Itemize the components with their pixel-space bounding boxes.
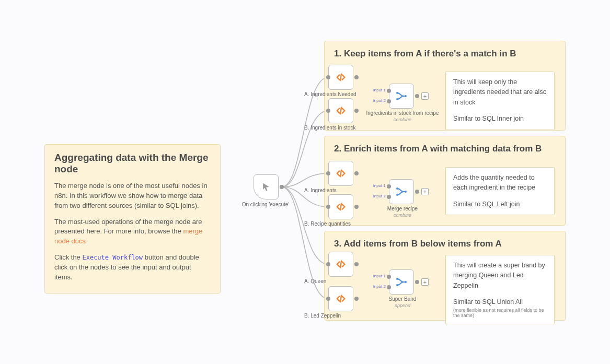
section3-b-label: B. Led Zeppelin bbox=[304, 313, 367, 319]
svg-point-0 bbox=[396, 92, 398, 94]
section1-in1-label: input 1 bbox=[370, 88, 386, 92]
svg-point-1 bbox=[396, 98, 398, 100]
section3-add-node-button[interactable]: + bbox=[421, 278, 429, 286]
execute-workflow-code: Execute Workflow bbox=[82, 254, 143, 261]
section2-title: 2. Enrich items from A with matching dat… bbox=[334, 144, 556, 154]
section3-note-c: (more flexible as not requires all field… bbox=[453, 308, 547, 319]
section3-a-label: A. Queen bbox=[304, 278, 367, 285]
trigger-label: On clicking 'execute' bbox=[229, 202, 302, 208]
section3-note-b: Similar to SQL Union All bbox=[453, 297, 547, 307]
section1-b-input-port[interactable] bbox=[326, 109, 330, 113]
section2-a-output-port[interactable] bbox=[354, 171, 359, 175]
section1-b-output-port[interactable] bbox=[354, 109, 359, 113]
section1-node-a[interactable] bbox=[328, 65, 353, 90]
section1-merge-in2-port[interactable] bbox=[387, 99, 391, 103]
svg-point-4 bbox=[396, 194, 398, 196]
svg-point-3 bbox=[396, 187, 398, 190]
section1-a-output-port[interactable] bbox=[354, 75, 359, 79]
intro-p3-a: Click the bbox=[54, 253, 82, 261]
intro-p2-text: The most-used operations of the merge no… bbox=[54, 218, 202, 236]
merge-icon bbox=[395, 276, 408, 288]
section2-merge-node[interactable] bbox=[389, 179, 414, 204]
section1-add-node-button[interactable]: + bbox=[421, 92, 429, 100]
section2-merge-in1-port[interactable] bbox=[387, 184, 391, 189]
intro-title: Aggregating data with the Merge node bbox=[54, 152, 211, 175]
section2-in1-label: input 1 bbox=[370, 183, 386, 188]
section3-note: This will create a super band by merging… bbox=[445, 255, 555, 324]
section2-a-label: A. Ingredients bbox=[304, 187, 367, 194]
code-icon bbox=[335, 293, 347, 304]
code-icon bbox=[335, 168, 347, 179]
code-icon bbox=[335, 201, 347, 213]
intro-p1: The merge node is one of the most useful… bbox=[54, 181, 211, 211]
section1-merge-in1-port[interactable] bbox=[387, 89, 391, 93]
trigger-node[interactable] bbox=[254, 174, 279, 199]
section3-b-input-port[interactable] bbox=[326, 297, 330, 301]
svg-point-5 bbox=[405, 191, 407, 193]
section2-note: Adds the quantity needed to each ingredi… bbox=[445, 167, 555, 215]
section2-b-input-port[interactable] bbox=[326, 205, 330, 209]
code-icon bbox=[335, 72, 347, 83]
section1-merge-label: Ingredients in stock from recipe combine bbox=[366, 110, 439, 123]
intro-p2: The most-used operations of the merge no… bbox=[54, 217, 211, 247]
section2-note-a: Adds the quantity needed to each ingredi… bbox=[453, 173, 547, 193]
section3-merge-out-port[interactable] bbox=[415, 280, 419, 284]
section3-in1-label: input 1 bbox=[370, 274, 386, 278]
cursor-icon bbox=[261, 182, 271, 192]
section3-note-a: This will create a super band by merging… bbox=[453, 261, 547, 291]
svg-point-8 bbox=[405, 281, 407, 283]
svg-point-2 bbox=[405, 95, 407, 97]
section3-merge-label: Super Band append bbox=[366, 296, 439, 309]
merge-icon bbox=[395, 90, 408, 102]
section2-merge-out-port[interactable] bbox=[415, 190, 419, 194]
section3-merge-in1-port[interactable] bbox=[387, 275, 391, 279]
section3-in2-label: input 2 bbox=[370, 284, 386, 289]
section1-merge-name: Ingredients in stock from recipe bbox=[366, 110, 439, 116]
code-icon bbox=[335, 105, 347, 116]
section3-title: 3. Add items from B below items from A bbox=[334, 239, 556, 249]
section2-merge-in2-port[interactable] bbox=[387, 195, 391, 199]
section1-note: This will keep only the ingredients need… bbox=[445, 72, 555, 130]
section1-merge-out-port[interactable] bbox=[415, 94, 419, 98]
section2-a-input-port[interactable] bbox=[326, 171, 330, 175]
section2-note-b: Similar to SQL Left join bbox=[453, 199, 547, 209]
section2-b-label: B. Recipe quantities bbox=[304, 221, 367, 227]
section1-title: 1. Keep items from A if there's a match … bbox=[334, 49, 556, 59]
intro-p3: Click the Execute Workflow button and do… bbox=[54, 253, 211, 283]
merge-icon bbox=[395, 185, 408, 198]
section1-in2-label: input 2 bbox=[370, 98, 386, 103]
section3-a-output-port[interactable] bbox=[354, 262, 359, 266]
section2-merge-sub: combine bbox=[394, 213, 411, 218]
section2-node-a[interactable] bbox=[328, 161, 353, 186]
section3-node-b[interactable] bbox=[328, 286, 353, 311]
section1-b-label: B. Ingredients in stock bbox=[304, 125, 367, 131]
section2-b-output-port[interactable] bbox=[354, 205, 359, 209]
section3-b-output-port[interactable] bbox=[354, 297, 359, 301]
section3-merge-sub: append bbox=[395, 303, 410, 308]
intro-sticky: Aggregating data with the Merge node The… bbox=[44, 144, 221, 293]
section2-merge-label: Merge recipe combine bbox=[366, 206, 439, 218]
section1-note-b: Similar to SQL Inner join bbox=[453, 114, 547, 124]
section1-merge-sub: combine bbox=[394, 117, 411, 122]
trigger-output-port[interactable] bbox=[280, 185, 284, 189]
svg-point-7 bbox=[396, 284, 398, 286]
section2-merge-name: Merge recipe bbox=[387, 206, 418, 212]
section2-node-b[interactable] bbox=[328, 194, 353, 219]
svg-point-6 bbox=[396, 278, 398, 280]
section3-merge-node[interactable] bbox=[389, 269, 414, 295]
section1-note-a: This will keep only the ingredients need… bbox=[453, 77, 547, 108]
section3-merge-name: Super Band bbox=[389, 296, 417, 302]
section3-node-a[interactable] bbox=[328, 252, 353, 277]
section2-add-node-button[interactable]: + bbox=[421, 188, 429, 195]
section3-merge-in2-port[interactable] bbox=[387, 285, 391, 289]
section3-a-input-port[interactable] bbox=[326, 262, 330, 266]
section1-merge-node[interactable] bbox=[389, 84, 414, 109]
code-icon bbox=[335, 259, 347, 270]
section2-in2-label: input 2 bbox=[370, 194, 386, 198]
section1-a-input-port[interactable] bbox=[326, 75, 330, 79]
section1-a-label: A. Ingredients Needed bbox=[304, 91, 367, 98]
section1-node-b[interactable] bbox=[328, 98, 353, 123]
